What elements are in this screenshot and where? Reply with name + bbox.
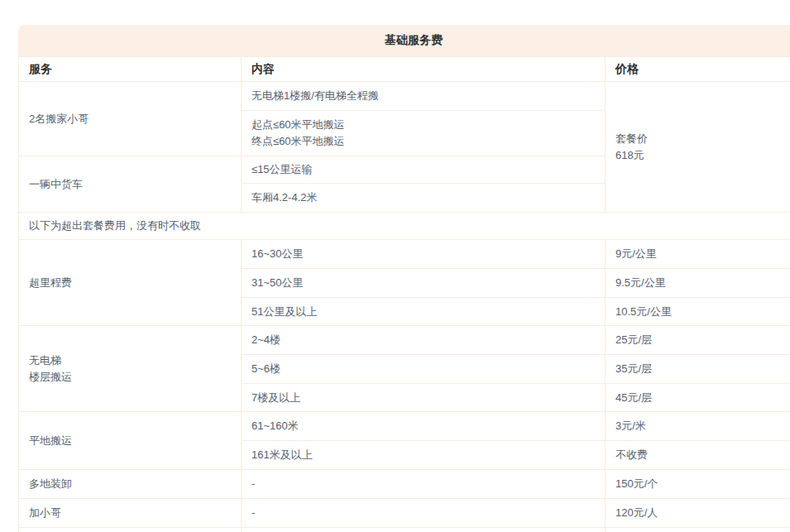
table-row: 超里程费 16~30公里 9元/公里: [19, 240, 790, 269]
price-cell: 不收费: [606, 441, 790, 470]
service-cell: [19, 528, 242, 532]
table-row: 平地搬运 61~160米 3元/米: [19, 412, 790, 441]
pricing-table: 基础服务费 服务 内容 价格 2名搬家小哥 无电梯1楼搬/有电梯全程搬 套餐价 …: [18, 25, 790, 532]
content-cell: 61~160米: [242, 412, 606, 441]
pricing-table-grid: 服务 内容 价格 2名搬家小哥 无电梯1楼搬/有电梯全程搬 套餐价 618元 起…: [18, 56, 790, 532]
price-cell: 9.5元/公里: [606, 269, 790, 298]
content-cell: 51公里及以上: [242, 298, 606, 326]
price-cell: 10.5元/公里: [606, 298, 790, 326]
table-title: 基础服务费: [385, 33, 443, 48]
table-title-band: 基础服务费: [18, 25, 790, 56]
price-cell: 45元/层: [606, 384, 790, 412]
col-header-content: 内容: [242, 57, 606, 82]
price-cell: 3元/米: [606, 412, 790, 441]
price-cell: [606, 528, 790, 532]
content-cell: 161米及以上: [242, 441, 606, 470]
content-cell: 起点≤60米平地搬运 终点≤60米平地搬运: [242, 111, 606, 156]
service-cell: 超里程费: [19, 240, 242, 326]
price-cell: 25元/层: [606, 326, 790, 355]
content-cell: ≤15公里运输: [242, 156, 606, 184]
price-cell: 120元/人: [606, 499, 790, 528]
service-cell: 多地装卸: [19, 470, 242, 499]
table-row: 2名搬家小哥 无电梯1楼搬/有电梯全程搬 套餐价 618元: [19, 82, 790, 111]
price-cell: 35元/层: [606, 355, 790, 384]
content-cell: 车厢4.2-4.2米: [242, 184, 606, 213]
content-cell: 无电梯1楼搬/有电梯全程搬: [242, 82, 606, 111]
package-price-cell: 套餐价 618元: [606, 82, 790, 213]
content-cell: -: [242, 470, 606, 499]
note-row: 以下为超出套餐费用，没有时不收取: [19, 213, 790, 240]
service-cell: 一辆中货车: [19, 156, 242, 213]
service-cell: 无电梯 楼层搬运: [19, 326, 242, 412]
content-cell: 7楼及以上: [242, 384, 606, 412]
col-header-price: 价格: [606, 57, 790, 82]
col-header-service: 服务: [19, 57, 242, 82]
price-cell: 9元/公里: [606, 240, 790, 269]
table-row-partial: [19, 528, 790, 532]
table-header-row: 服务 内容 价格: [19, 57, 790, 82]
extra-fees-note: 以下为超出套餐费用，没有时不收取: [19, 213, 790, 240]
content-cell: 16~30公里: [242, 240, 606, 269]
content-cell: 5~6楼: [242, 355, 606, 384]
table-row: 加小哥 - 120元/人: [19, 499, 790, 528]
content-cell: 2~4楼: [242, 326, 606, 355]
content-cell: 31~50公里: [242, 269, 606, 298]
price-cell: 150元/个: [606, 470, 790, 499]
content-cell: -: [242, 499, 606, 528]
service-cell: 加小哥: [19, 499, 242, 528]
service-cell: 2名搬家小哥: [19, 82, 242, 156]
table-row: 多地装卸 - 150元/个: [19, 470, 790, 499]
service-cell: 平地搬运: [19, 412, 242, 470]
table-row: 无电梯 楼层搬运 2~4楼 25元/层: [19, 326, 790, 355]
content-cell: [242, 528, 606, 532]
